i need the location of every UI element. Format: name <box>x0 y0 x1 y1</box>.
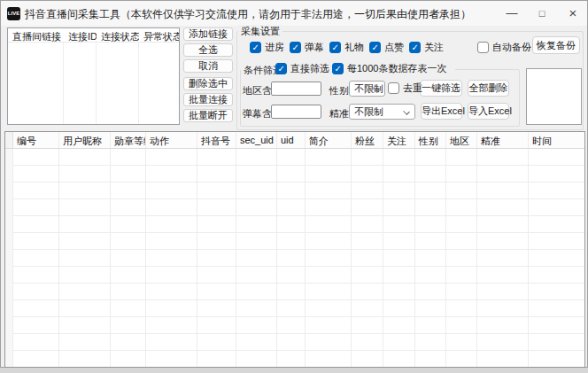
col-action[interactable]: 动作 <box>146 132 197 148</box>
col-gender[interactable]: 性别 <box>415 132 446 148</box>
close-icon[interactable]: × <box>559 1 587 26</box>
checkmark-icon <box>369 42 381 53</box>
body-col <box>59 149 111 367</box>
col-douyin-id[interactable]: 抖音号 <box>197 132 236 148</box>
col-time[interactable]: 时间 <box>529 132 584 148</box>
gender-label: 性别 <box>329 84 349 97</box>
checkmark-icon <box>290 42 301 53</box>
col-following[interactable]: 关注 <box>383 132 415 148</box>
like-checkbox[interactable]: 点赞 <box>369 41 404 54</box>
checkmark-icon <box>477 42 489 53</box>
row-header-strip <box>5 149 13 367</box>
window-title: 抖音直播间采集工具（本软件仅供学习交流使用，请勿用于非法用途，一切后果由使用者承… <box>25 7 471 22</box>
danmaku-input[interactable] <box>271 105 321 119</box>
room-list: 直播间链接 连接ID 连接状态 异常状态 <box>7 27 180 125</box>
body-col <box>446 149 477 367</box>
restore-backup-button[interactable]: 恢复备份 <box>532 36 580 54</box>
cancel-button[interactable]: 取消 <box>183 59 233 73</box>
col-precision[interactable]: 精准 <box>477 132 529 148</box>
app-icon: LIVE <box>7 7 20 20</box>
export-excel-button[interactable]: 导出Excel <box>421 103 462 120</box>
room-list-header: 直播间链接 连接ID 连接状态 异常状态 <box>8 28 179 43</box>
collect-settings-label: 采集设置 <box>238 25 282 38</box>
body-col <box>415 149 446 367</box>
data-table-body[interactable] <box>5 149 584 367</box>
room-list-col-link[interactable]: 直播间链接 <box>8 28 64 42</box>
batch-connect-button[interactable]: 批量连接 <box>183 93 233 106</box>
col-uid[interactable]: uid <box>277 132 306 148</box>
body-col <box>352 149 383 367</box>
select-all-button[interactable]: 全选 <box>183 43 233 57</box>
room-list-body[interactable] <box>8 43 179 124</box>
auto-backup-checkbox[interactable]: 自动备份 <box>477 41 531 54</box>
gender-select[interactable]: 不限制 <box>349 81 385 97</box>
precision-select[interactable]: 不限制 <box>349 104 415 120</box>
room-list-body-col <box>97 43 139 124</box>
titlebar: LIVE 抖音直播间采集工具（本软件仅供学习交流使用，请勿用于非法用途，一切后果… <box>1 1 587 26</box>
room-list-col-error[interactable]: 异常状态 <box>139 28 179 42</box>
body-col <box>146 149 197 367</box>
checkmark-icon <box>275 63 287 74</box>
batch-save-checkbox[interactable]: 每1000条数据存表一次 <box>332 62 446 75</box>
data-table-header: 编号 用户昵称 勋章等级 动作 抖音号 sec_uid uid 简介 粉丝 关注… <box>5 132 584 149</box>
checkmark-icon <box>409 42 421 53</box>
col-fans[interactable]: 粉丝 <box>352 132 383 148</box>
maximize-icon[interactable]: □ <box>528 1 556 26</box>
col-sec-uid[interactable]: sec_uid <box>236 132 277 148</box>
one-click-filter-button[interactable]: 一键筛选 <box>420 80 462 97</box>
body-col <box>111 149 146 367</box>
app-window: LIVE 抖音直播间采集工具（本软件仅供学习交流使用，请勿用于非法用途，一切后果… <box>0 0 588 368</box>
direct-filter-checkbox[interactable]: 直接筛选 <box>275 62 329 75</box>
checkmark-icon <box>388 82 399 94</box>
col-nickname[interactable]: 用户昵称 <box>59 132 111 148</box>
body-col <box>197 149 236 367</box>
body-col <box>477 149 529 367</box>
body-col <box>529 149 584 367</box>
col-number[interactable]: 编号 <box>13 132 59 148</box>
follow-checkbox[interactable]: 关注 <box>409 41 444 54</box>
room-list-col-status[interactable]: 连接状态 <box>97 28 139 42</box>
body-col <box>236 149 277 367</box>
chevron-down-icon <box>403 108 410 115</box>
add-link-button[interactable]: 添加链接 <box>183 27 233 41</box>
delete-all-button[interactable]: 全部删除 <box>468 80 509 97</box>
row-header-corner <box>5 132 13 148</box>
import-excel-button[interactable]: 导入Excel <box>468 103 509 120</box>
preview-box <box>526 68 582 125</box>
precision-selected-value: 不限制 <box>354 106 383 117</box>
region-label: 地区含 <box>243 84 272 97</box>
checkmark-icon <box>329 42 341 53</box>
enter-room-checkbox[interactable]: 进房 <box>250 41 284 54</box>
body-col <box>306 149 352 367</box>
danmaku-contains-label: 弹幕含 <box>243 107 272 120</box>
minimize-icon[interactable]: — <box>498 1 526 26</box>
col-bio[interactable]: 简介 <box>306 132 352 148</box>
delete-selected-button[interactable]: 删除选中 <box>183 77 233 90</box>
col-medal[interactable]: 勋章等级 <box>111 132 146 148</box>
dedupe-checkbox[interactable]: 去重 <box>388 82 422 95</box>
body-col <box>277 149 306 367</box>
region-input[interactable] <box>271 82 321 96</box>
gift-checkbox[interactable]: 礼物 <box>329 41 364 54</box>
danmaku-checkbox[interactable]: 弹幕 <box>290 41 324 54</box>
col-region[interactable]: 地区 <box>446 132 477 148</box>
precision-label: 精准 <box>329 107 349 120</box>
room-list-col-id[interactable]: 连接ID <box>64 28 97 42</box>
checkmark-icon <box>332 63 344 74</box>
batch-disconnect-button[interactable]: 批量断开 <box>183 109 233 122</box>
desktop-strip <box>0 368 588 373</box>
room-list-body-col <box>8 43 64 124</box>
body-col <box>383 149 415 367</box>
checkmark-icon <box>250 42 261 53</box>
data-table: 编号 用户昵称 勋章等级 动作 抖音号 sec_uid uid 简介 粉丝 关注… <box>4 131 585 368</box>
body-col <box>13 149 59 367</box>
room-list-body-col <box>64 43 97 124</box>
